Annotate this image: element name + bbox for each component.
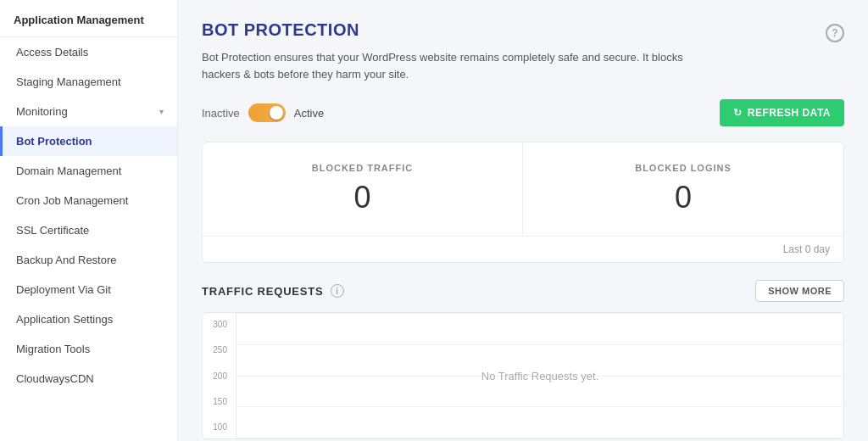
sidebar-item-backup-and-restore[interactable]: Backup And Restore <box>0 245 177 275</box>
refresh-btn-label: REFRESH DATA <box>748 107 831 119</box>
grid-line-1 <box>236 313 843 314</box>
blocked-logins-label: BLOCKED LOGINS <box>540 163 826 173</box>
sidebar-item-label-access-details: Access Details <box>16 46 88 59</box>
blocked-traffic-value: 0 <box>220 180 505 215</box>
sidebar-item-monitoring[interactable]: Monitoring▾ <box>0 97 177 126</box>
active-label: Active <box>294 107 324 120</box>
sidebar: Application Management Access DetailsSta… <box>0 0 178 441</box>
grid-line-5 <box>236 438 843 438</box>
stats-row: BLOCKED TRAFFIC 0 BLOCKED LOGINS 0 <box>203 142 843 237</box>
chart-body: No Traffic Requests yet. <box>236 313 843 438</box>
chart-y-label: 200 <box>213 371 232 381</box>
sidebar-item-cron-job-management[interactable]: Cron Job Management <box>0 186 177 215</box>
page-header: BOT PROTECTION ? <box>202 20 844 42</box>
stats-card: BLOCKED TRAFFIC 0 BLOCKED LOGINS 0 Last … <box>202 142 844 263</box>
chart-y-label: 250 <box>213 345 232 354</box>
sidebar-item-application-settings[interactable]: Application Settings <box>0 304 177 334</box>
chart-y-label: 100 <box>213 422 232 432</box>
blocked-traffic-label: BLOCKED TRAFFIC <box>220 163 505 173</box>
sidebar-item-deployment-via-git[interactable]: Deployment Via Git <box>0 275 177 304</box>
bot-protection-toggle[interactable] <box>248 103 286 122</box>
refresh-data-button[interactable]: ↻ REFRESH DATA <box>720 99 844 126</box>
sidebar-item-label-application-settings: Application Settings <box>16 313 113 326</box>
chart-y-label: 150 <box>213 397 232 406</box>
help-icon[interactable]: ? <box>826 24 844 42</box>
section-title-row: TRAFFIC REQUESTS i <box>202 284 344 298</box>
stats-footer: Last 0 day <box>203 237 843 262</box>
sidebar-item-label-ssl-certificate: SSL Certificate <box>16 224 89 237</box>
sidebar-item-domain-management[interactable]: Domain Management <box>0 156 177 186</box>
traffic-info-icon[interactable]: i <box>331 284 344 298</box>
sidebar-item-ssl-certificate[interactable]: SSL Certificate <box>0 215 177 245</box>
toggle-left: Inactive Active <box>202 103 324 122</box>
sidebar-item-bot-protection[interactable]: Bot Protection <box>0 126 177 156</box>
sidebar-item-label-backup-and-restore: Backup And Restore <box>16 254 117 266</box>
sidebar-item-access-details[interactable]: Access Details <box>0 37 177 67</box>
sidebar-item-staging-management[interactable]: Staging Management <box>0 67 177 97</box>
inactive-label: Inactive <box>202 107 240 120</box>
traffic-chart: 300250200150100 No Traffic Requests yet. <box>202 312 844 439</box>
sidebar-item-label-cloudwayscdn: CloudwaysCDN <box>16 372 94 385</box>
grid-line-4 <box>236 406 843 407</box>
page-title: BOT PROTECTION <box>202 20 359 40</box>
sidebar-item-label-deployment-via-git: Deployment Via Git <box>16 283 111 296</box>
chevron-down-icon: ▾ <box>159 107 164 116</box>
traffic-requests-header: TRAFFIC REQUESTS i SHOW MORE <box>202 280 844 302</box>
page-description: Bot Protection ensures that your WordPre… <box>202 49 710 82</box>
sidebar-item-label-monitoring: Monitoring <box>16 105 68 118</box>
sidebar-item-label-staging-management: Staging Management <box>16 75 121 88</box>
sidebar-item-label-cron-job-management: Cron Job Management <box>16 194 128 207</box>
sidebar-item-label-migration-tools: Migration Tools <box>16 343 90 355</box>
main-content: BOT PROTECTION ? Bot Protection ensures … <box>178 0 868 441</box>
no-data-text: No Traffic Requests yet. <box>481 370 599 382</box>
sidebar-item-migration-tools[interactable]: Migration Tools <box>0 334 177 364</box>
show-more-button[interactable]: SHOW MORE <box>755 280 844 302</box>
sidebar-item-cloudwayscdn[interactable]: CloudwaysCDN <box>0 364 177 394</box>
sidebar-item-label-domain-management: Domain Management <box>16 165 121 177</box>
sidebar-item-label-bot-protection: Bot Protection <box>16 135 92 148</box>
chart-y-axis: 300250200150100 <box>203 313 236 438</box>
traffic-requests-title: TRAFFIC REQUESTS <box>202 285 324 298</box>
blocked-logins-cell: BLOCKED LOGINS 0 <box>523 142 843 236</box>
sidebar-title: Application Management <box>0 0 177 37</box>
blocked-logins-value: 0 <box>540 180 826 215</box>
toggle-row: Inactive Active ↻ REFRESH DATA <box>202 99 844 126</box>
blocked-traffic-cell: BLOCKED TRAFFIC 0 <box>203 142 523 236</box>
chart-y-label: 300 <box>213 320 232 329</box>
grid-line-2 <box>236 344 843 345</box>
refresh-icon: ↻ <box>733 107 743 119</box>
